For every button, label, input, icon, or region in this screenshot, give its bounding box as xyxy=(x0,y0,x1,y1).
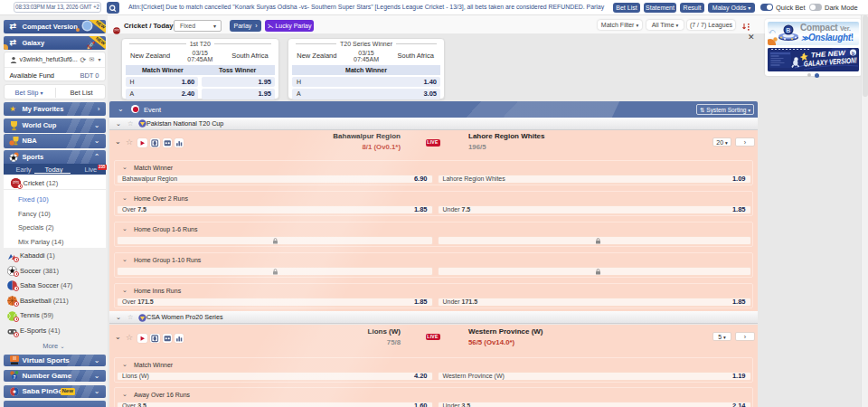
svg-text:B: B xyxy=(786,27,790,33)
